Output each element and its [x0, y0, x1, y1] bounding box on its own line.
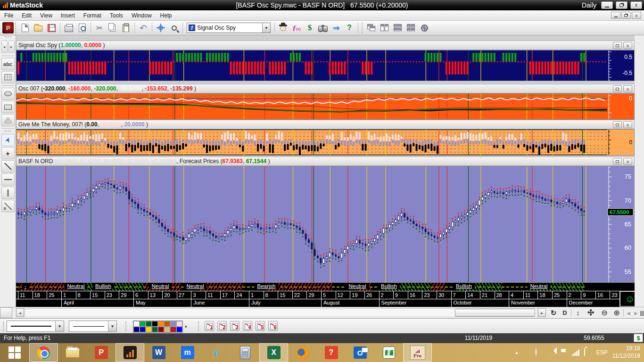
usb-icon[interactable] [523, 349, 531, 356]
color-swatch[interactable] [140, 321, 146, 327]
close-button[interactable]: x [630, 1, 642, 9]
color-swatch[interactable] [176, 327, 182, 332]
style-toolbar-handle[interactable] [3, 321, 4, 331]
menu-item-file[interactable]: File [0, 11, 17, 20]
grid-tool[interactable] [1, 71, 15, 83]
toolbar-drag-handle[interactable] [15, 23, 17, 33]
explorer-button[interactable] [317, 22, 329, 34]
line-style-combo[interactable]: ▼ [69, 321, 117, 332]
line-weight-combo[interactable]: ▼ [7, 321, 64, 332]
save-button[interactable] [45, 22, 58, 34]
drawing-toolbar-handle[interactable] [5, 36, 11, 39]
refresh-button[interactable]: ↻ [548, 308, 559, 318]
language-indicator[interactable]: ESP [596, 349, 608, 356]
print-preview-button[interactable] [76, 22, 88, 34]
mdi-close-button[interactable]: x [632, 12, 641, 19]
horizontal-line-tool[interactable] [1, 173, 15, 186]
scroll-left-tool[interactable]: ◂ [1, 41, 8, 53]
panel-maximize-button-osc[interactable] [613, 85, 622, 92]
prev-chart-button[interactable]: ◂ [625, 308, 632, 318]
zoom-preset-button-1[interactable]: 1 [205, 321, 214, 331]
taskbar-app-outlook[interactable]: O [346, 343, 374, 362]
panel-maximize-button-price[interactable] [613, 158, 622, 165]
paste-button[interactable] [120, 22, 132, 34]
scrollbar-thumb[interactable] [455, 309, 535, 317]
combo-dropdown-button[interactable]: ▼ [262, 23, 270, 33]
mdi-minimize-button[interactable] [611, 12, 620, 19]
volume-icon[interactable] [548, 349, 555, 356]
color-swatch[interactable] [146, 321, 152, 327]
taskbar-app-word[interactable]: W [144, 343, 173, 362]
system-tester-button[interactable]: $ [304, 22, 316, 34]
color-swatch[interactable] [170, 321, 176, 327]
zoom-out-button[interactable]: ⊖ [599, 308, 610, 318]
scrollbar-track[interactable] [25, 308, 537, 317]
move-chart-button[interactable]: ✣ [585, 308, 597, 318]
color-swatch[interactable] [170, 327, 176, 332]
copy-button[interactable] [107, 22, 119, 34]
chart-list-button[interactable]: ▤ [639, 308, 644, 318]
menu-item-edit[interactable]: Edit [17, 11, 36, 20]
undo-button[interactable]: ↶ [137, 22, 149, 34]
panel-header-osc[interactable]: Osc 007 (-320.000, -160.000, -320.000, -… [16, 84, 635, 93]
print-button[interactable] [63, 22, 75, 34]
date-axis-days[interactable]: 1118251815232961320273111724181522295121… [16, 291, 635, 299]
triangle-tool[interactable] [1, 114, 15, 126]
line-style-dropdown[interactable]: ▼ [108, 321, 116, 331]
line-weight-dropdown[interactable]: ▼ [55, 321, 64, 331]
palette-dropdown[interactable]: ▾ [185, 324, 187, 329]
color-swatch[interactable] [164, 327, 170, 332]
color-swatch[interactable] [158, 327, 164, 332]
tile-horizontal-button[interactable] [392, 22, 404, 34]
drawing-toolbar-handle-2[interactable] [5, 131, 11, 133]
panel-close-button-signal[interactable]: x [623, 42, 632, 49]
taskbar-app-ie[interactable]: e [202, 343, 231, 362]
vertical-line-tool[interactable] [1, 187, 15, 199]
panel-header-price[interactable]: BASF N ORD (67.2900, 67.8700, 66.8900, 6… [16, 156, 635, 166]
rectangle-tool[interactable] [1, 101, 15, 113]
panel-maximize-button-signal[interactable] [613, 42, 622, 49]
cut-button[interactable]: ✂ [93, 22, 106, 34]
taskbar-app-chrome[interactable] [29, 343, 58, 362]
color-swatch[interactable] [133, 321, 140, 327]
battery-icon[interactable] [584, 349, 592, 356]
menu-item-tools[interactable]: Tools [106, 11, 127, 20]
panel-header-signal[interactable]: Signal Osc Spy (1.00000, 0.0000 ) x [16, 41, 635, 50]
signal-strength-icon[interactable] [572, 349, 579, 356]
text-tool[interactable]: abc [1, 58, 15, 70]
taskbar-app-excel[interactable]: X [259, 343, 288, 362]
vertical-scale-button[interactable]: ↕ [573, 308, 583, 318]
indicator-combobox[interactable]: f Signal Osc Spy ▼ [187, 23, 271, 33]
panel-body-osc[interactable]: 0 [16, 93, 635, 120]
taskbar-app-project[interactable] [374, 343, 403, 362]
crosshair-tool[interactable]: + [1, 147, 15, 159]
menu-item-view[interactable]: View [36, 11, 57, 20]
corner-resize-box[interactable] [0, 307, 12, 318]
downloader-button[interactable]: ⇒ [330, 22, 342, 34]
menu-item-insert[interactable]: Insert [57, 11, 79, 20]
taskbar-app-metastock[interactable] [116, 343, 144, 362]
taskbar-app-explorer[interactable] [58, 343, 87, 362]
taskbar-app-help[interactable]: ? [317, 343, 346, 362]
menu-item-format[interactable]: Format [79, 11, 106, 20]
indicator-builder-button[interactable]: ƒ(x) [290, 22, 303, 34]
options-gear-button[interactable] [418, 22, 430, 34]
flag-icon[interactable] [560, 349, 568, 356]
zoom-preset-button-5[interactable]: 5 [256, 321, 265, 331]
taskbar-app-firefox[interactable] [288, 343, 317, 362]
zoom-preset-button-6[interactable]: 6 [268, 321, 278, 331]
panel-body-signal[interactable]: 0.5-0.5 [16, 50, 635, 81]
context-help-button[interactable]: ? [343, 22, 355, 34]
taskbar-app-pro[interactable]: Pro [403, 343, 432, 362]
scroll-right-tool[interactable]: ▸ [8, 41, 15, 53]
panel-close-button-money[interactable]: x [623, 121, 632, 128]
start-button[interactable] [0, 343, 29, 362]
restore-button[interactable] [616, 1, 627, 9]
tray-expand-icon[interactable]: ▲ [514, 350, 519, 355]
color-swatch[interactable] [146, 327, 152, 332]
scrollbar-right-arrow[interactable]: ▸ [538, 308, 546, 317]
ellipse-tool[interactable] [1, 88, 15, 100]
panel-body-money[interactable]: 0 [16, 129, 635, 156]
panel-maximize-button-money[interactable] [613, 121, 622, 128]
tile-quad-button[interactable] [405, 22, 417, 34]
